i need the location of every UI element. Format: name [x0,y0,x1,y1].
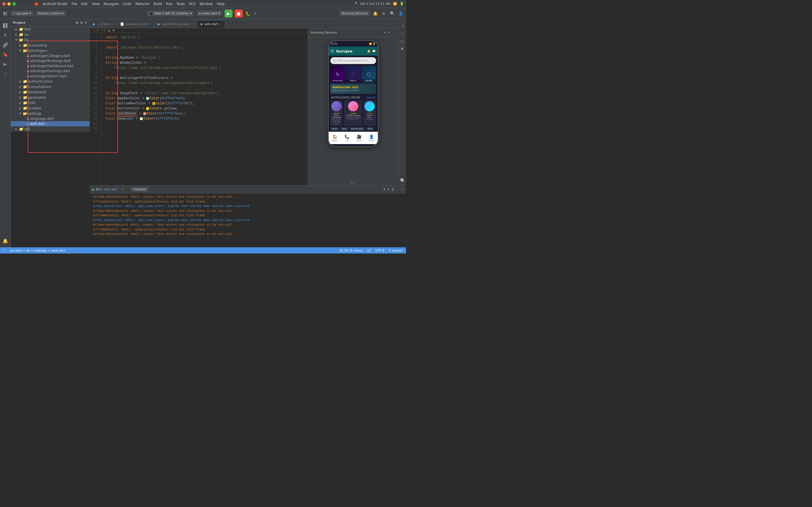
tree-item-authentication[interactable]: ▶ 📁 authentication [11,79,90,84]
breadcrumb[interactable]: gurujee > lib > settings > web.dart [10,249,65,252]
activity-bookmarks-icon[interactable]: 🔖 [1,50,10,59]
run-tab-close[interactable]: ✕ [118,187,127,192]
user-button[interactable]: 👤 [397,10,404,17]
cursor-position[interactable]: 16:16 (9 chars) [339,249,363,252]
tab-pubspec[interactable]: 📄 pubspec.yaml ✕ [117,20,155,28]
nav-video[interactable]: 🎥 Video [357,134,362,142]
astrologer-card-3[interactable]: ★★★ Sunita Che... 5-10 years [363,100,376,126]
nav-up-icon[interactable]: ▲ [108,29,110,32]
nav-home[interactable]: 🏠 Home [332,134,337,142]
activity-structure-icon[interactable]: 🔗 [1,41,10,49]
tab-rd-dart[interactable]: ◆ ...rd.dart ✕ [90,20,117,28]
running-devices-button[interactable]: Running Devices [339,11,370,16]
project-panel-toggle[interactable] [2,10,8,17]
nav-profile[interactable]: 👤 Profile [369,134,374,142]
menu-run[interactable]: Run [166,2,172,6]
astrologer-card-1[interactable]: ★★★★ Paban Astrologer Love, Finance, Mar… [330,100,343,126]
menu-navigate[interactable]: Navigate [104,2,119,6]
stop-button[interactable]: ■ [235,10,242,17]
gradle-icon[interactable]: 🐘 [399,177,405,183]
tab-close-pubspec[interactable]: ✕ [149,22,152,26]
tree-item-util[interactable]: ▶ 📁 util [11,126,90,132]
menu-vcs[interactable]: VCS [189,2,196,6]
tab-close-web-dart[interactable]: ✕ [220,22,222,26]
debug-button[interactable]: 🐛 [245,10,251,17]
tab-menu-icon[interactable]: ▾ [402,24,404,28]
menu-window[interactable]: Window [200,2,213,6]
settings-icon[interactable]: ⚙ [80,21,83,24]
notifications-button[interactable]: 🔔 [372,10,378,17]
scroll-down-icon[interactable]: ⬇ [387,187,390,191]
maximize-window-button[interactable] [12,2,16,6]
scroll-up-icon[interactable]: ⬆ [383,187,386,191]
activity-git-icon[interactable]: ⑂ [1,69,10,78]
tree-item-generated[interactable]: ▶ 📁 generated [11,95,90,100]
tree-item-astrologers[interactable]: ▼ 📂 astrologers [11,48,90,53]
tab-close-rd[interactable]: ✕ [112,22,114,26]
menu-code[interactable]: Code [123,2,131,6]
grid-item-horoscope[interactable]: ♑ Horoscope [330,66,345,82]
settings-button[interactable]: ⚙ [381,10,387,17]
menu-apple[interactable]: 🍎 [35,2,39,6]
console-tab[interactable]: Console [130,187,149,192]
dart-analysis-icon[interactable]: ◆ [399,45,405,51]
activity-notifications-icon[interactable]: 🔔 [1,237,10,245]
tree-item-ios[interactable]: ▶ 📁 ios [11,32,90,37]
tag-numerology[interactable]: Numerology [349,127,365,130]
activity-project-icon[interactable] [1,21,10,30]
tree-item-astrologercategory[interactable]: ◆ astrologerCategory.dart [11,53,90,58]
run-config-selector[interactable]: ◆ main.dart ▾ [196,11,222,16]
indent-info[interactable]: 2 spaces [389,249,403,252]
panel-settings-icon[interactable]: … [392,31,395,35]
tree-item-astrologerdashboard[interactable]: ◆ astrologerDashboard.dart [11,63,90,68]
window-controls[interactable] [2,2,16,6]
expand-console-icon[interactable]: ⤢ [401,187,404,191]
tree-item-lib[interactable]: ▼ 📂 lib [11,37,90,43]
tab-close-user-recharge[interactable]: ✕ [192,22,194,26]
close-panel-icon[interactable]: ✕ [85,21,87,24]
minimize-window-button[interactable] [7,2,11,6]
tree-item-consultations[interactable]: ▶ 📁 Consultations [11,84,90,90]
tree-item-l10n[interactable]: ▶ 📁 l10n [11,100,90,106]
menu-tools[interactable]: Tools [176,2,185,6]
tree-item-screens[interactable]: ▶ 📁 screens [11,106,90,111]
code-editor[interactable]: 1 2 3 4 5 6 7 8 9 10 11 12 13 [90,33,308,185]
run-tab-label[interactable]: Run [96,187,102,191]
grid-item-kundali[interactable]: ⬡ Kundali [362,66,376,82]
menu-view[interactable]: View [92,2,100,6]
tab-web-dart[interactable]: ◆ web.dart ✕ [198,20,225,28]
menu-file[interactable]: File [71,2,77,6]
line-sep[interactable]: LF [367,249,371,252]
collapse-all-icon[interactable]: ⊟ [76,21,78,24]
tag-tarot[interactable]: Tarot [366,127,374,130]
astrologer-card-2[interactable]: ★★★★ Nandita Phukan Love,Finance,Marriag… [344,100,362,126]
tab-user-recharge[interactable]: ◆ userRecharge.dart ✕ [155,20,198,28]
version-control-selector[interactable]: Version control ▾ [36,11,66,16]
search-everywhere-button[interactable]: 🔍 [389,10,395,17]
tree-item-accounting[interactable]: ▶ 📁 accounting [11,43,90,48]
nav-call[interactable]: 📞 Call [344,134,349,142]
layout-icon[interactable]: ◫ [399,38,405,44]
tag-vastu[interactable]: Vastu [330,127,339,130]
tag-reiki[interactable]: Reiki [340,127,348,130]
tree-item-language-dart[interactable]: ◆ language.dart [11,116,90,121]
tree-item-astrologersearch[interactable]: ◆ astrologerSearch.dart [11,73,90,79]
nav-down-icon[interactable]: ▼ [112,29,115,32]
menu-refactor[interactable]: Refactor [136,2,150,6]
tree-item-font[interactable]: ▶ 📁 font [11,26,90,32]
clear-console-icon[interactable]: 🗑 [391,187,395,191]
tree-item-astrologerearnings[interactable]: ◆ astrologerEarnings.dart [11,68,90,73]
activity-commit-icon[interactable]: ⬆ [1,31,10,40]
grid-item-match[interactable]: ♡ Match [346,66,360,82]
menu-help[interactable]: Help [217,2,224,6]
menu-build[interactable]: Build [154,2,162,6]
tree-item-dashboard[interactable]: ▶ 📁 dashboard [11,90,90,95]
close-window-button[interactable] [2,2,6,6]
flutter-icon[interactable]: ⚡ [399,31,405,37]
tree-item-astrologerbookings[interactable]: ◆ astrologerBookings.dart [11,58,90,63]
encoding[interactable]: UTF-8 [375,249,384,252]
run-button[interactable]: ▶ [225,10,232,17]
tree-item-settings[interactable]: ▼ 📂 settings [11,111,90,116]
view-all-button[interactable]: View All [367,97,375,99]
menu-edit[interactable]: Edit [81,2,88,6]
